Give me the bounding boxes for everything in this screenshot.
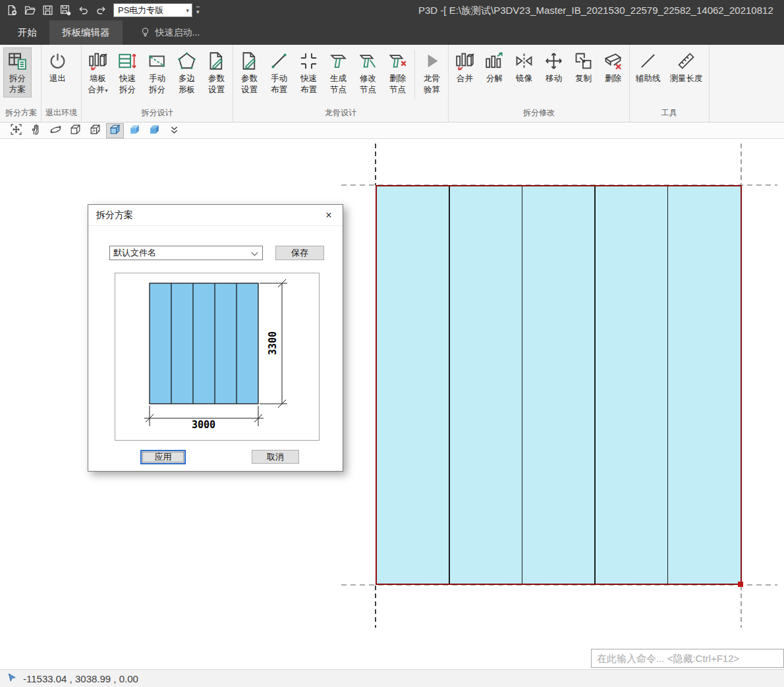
ribbon-button-quick-layout[interactable]: 快速布置 — [294, 47, 323, 97]
quick-access-toolbar — [0, 5, 107, 16]
command-input[interactable] — [592, 649, 783, 667]
redo-icon[interactable] — [95, 5, 107, 16]
ribbon-button-label: 布置 — [300, 84, 317, 96]
ribbon-button-label: 拆分 — [119, 84, 136, 96]
ribbon-button-label: 多边 — [179, 73, 195, 84]
cancel-button[interactable]: 取消 — [252, 450, 299, 464]
height-dimension-label: 3300 — [267, 331, 279, 355]
expand-chevron-button[interactable] — [166, 124, 182, 138]
zoom-extents-button[interactable] — [8, 124, 24, 138]
ribbon-button-move[interactable]: 移动 — [540, 47, 568, 86]
hidden-line-cube-button[interactable] — [87, 124, 103, 138]
ribbon-button-manual-split[interactable]: 手动拆分 — [143, 47, 171, 97]
ribbon-button-label: 移动 — [546, 73, 562, 84]
ribbon-group: 拆分方案拆分方案 — [1, 45, 42, 122]
param-settings-icon — [239, 51, 260, 71]
apply-button[interactable]: 应用 — [140, 450, 186, 464]
ribbon-button-label: 合并▾ — [88, 84, 107, 96]
panel-corner-marker — [738, 582, 743, 587]
orbit-button[interactable] — [47, 124, 64, 138]
tab-拆板编辑器[interactable]: 拆板编辑器 — [49, 20, 123, 45]
split-scheme-dialog: 拆分方案 × 默认文件名 保存 3300 3000 应用 取消 — [88, 204, 343, 472]
undo-icon[interactable] — [77, 5, 89, 16]
shaded-cube-button[interactable] — [126, 124, 143, 138]
quick-launch[interactable]: 快速启动... — [140, 20, 200, 45]
save-as-icon[interactable] — [59, 5, 71, 16]
move-icon — [544, 51, 564, 71]
reference-line-left-top — [375, 144, 376, 185]
save-button[interactable]: 保存 — [275, 246, 324, 260]
ribbon-button-merge[interactable]: 合并 — [451, 47, 479, 86]
ribbon-button-mirror[interactable]: 镜像 — [510, 47, 538, 86]
wall-panel[interactable] — [376, 185, 742, 585]
keel-check-icon — [422, 51, 442, 71]
app-window: PS电力专版 ▾ ▾ P3D -[ E:\族测试\P3DV23_Master_I… — [0, 0, 784, 687]
expand-chevron-icon — [168, 123, 181, 138]
ribbon-button-quick-split[interactable]: 快速拆分 — [113, 47, 142, 97]
ribbon-button-modify-node[interactable]: 修改节点 — [354, 47, 382, 97]
wireframe-cube-button[interactable] — [67, 124, 84, 138]
ribbon-button-keel-check[interactable]: 龙骨验算 — [418, 47, 446, 97]
ribbon-button-copy[interactable]: 复制 — [569, 47, 598, 86]
ribbon-button-label: 辅助线 — [636, 73, 661, 84]
save-icon[interactable] — [42, 5, 53, 16]
ribbon-button-label: 拆分 — [149, 84, 165, 96]
lightbulb-icon — [140, 26, 151, 40]
ribbon-group: 参数设置手动布置快速布置生成节点修改节点删除节点龙骨验算龙骨设计 — [233, 45, 449, 122]
profile-dropdown-value: PS电力专版 — [118, 5, 163, 16]
manual-layout-icon — [269, 51, 289, 71]
orbit-icon — [49, 123, 62, 138]
ribbon-group-divider — [414, 50, 415, 99]
ribbon-button-aux-line[interactable]: 辅助线 — [632, 47, 665, 86]
ribbon-button-manual-layout[interactable]: 手动布置 — [265, 47, 293, 97]
solid-cube-button[interactable] — [146, 124, 163, 138]
ribbon-button-delete[interactable]: 删除 — [599, 47, 627, 86]
new-file-icon[interactable] — [6, 5, 18, 16]
profile-dropdown[interactable]: PS电力专版 ▾ — [113, 3, 192, 17]
ribbon-button-wall-merge[interactable]: 墙板合并▾ — [84, 47, 112, 98]
ribbon-button-label: 设置 — [208, 84, 225, 96]
filename-dropdown[interactable]: 默认文件名 — [109, 246, 263, 260]
ribbon-button-label: 测量长度 — [670, 73, 703, 84]
param-settings-icon — [206, 51, 227, 71]
ribbon-button-create-node[interactable]: 生成节点 — [324, 47, 352, 97]
ribbon-button-keel-param-settings[interactable]: 参数设置 — [235, 47, 264, 97]
ribbon-button-label: 生成 — [330, 73, 347, 84]
ribbon-button-label: 快速 — [300, 73, 317, 84]
ribbon-button-polygon-panel[interactable]: 多边形板 — [173, 47, 201, 97]
titlebar: PS电力专版 ▾ ▾ P3D -[ E:\族测试\P3DV23_Master_I… — [0, 0, 784, 20]
close-icon[interactable]: × — [315, 205, 343, 226]
open-file-icon[interactable] — [24, 5, 36, 16]
shaded-edges-cube-button[interactable] — [107, 124, 123, 138]
polygon-panel-icon — [177, 51, 197, 71]
ribbon-button-exit[interactable]: 退出 — [43, 47, 72, 86]
manual-split-icon — [147, 51, 167, 71]
toolbar-options-button[interactable]: ▾ — [196, 7, 200, 14]
command-line — [591, 649, 784, 668]
ribbon-group: 退出退出环境 — [42, 45, 82, 122]
zoom-extents-icon — [10, 123, 22, 138]
pan-button[interactable] — [28, 124, 44, 138]
ribbon-tab-bar: 开始拆板编辑器 快速启动... — [0, 20, 784, 45]
ribbon-button-split-param-settings[interactable]: 参数设置 — [202, 47, 231, 97]
ribbon-button-measure-length[interactable]: 测量长度 — [666, 47, 707, 86]
copy-icon — [573, 51, 594, 71]
ribbon-button-split-scheme[interactable]: 拆分方案 — [3, 47, 32, 97]
ribbon-button-label: 节点 — [330, 84, 347, 96]
chevron-down-icon: ▾ — [186, 7, 189, 14]
ribbon-button-label: 参数 — [208, 73, 225, 84]
panel-divider — [667, 186, 669, 584]
ribbon-button-label: 手动 — [149, 73, 165, 84]
quick-split-icon — [117, 51, 138, 71]
ribbon-button-label: 参数 — [241, 73, 258, 84]
eraser-icon — [603, 51, 623, 71]
explode-bars-icon — [484, 51, 505, 71]
ribbon-button-label: 龙骨 — [424, 73, 440, 84]
ribbon-button-explode[interactable]: 分解 — [480, 47, 509, 86]
mirror-icon — [514, 51, 534, 71]
ribbon-button-delete-node[interactable]: 删除节点 — [383, 47, 412, 97]
solid-cube-icon — [148, 123, 161, 138]
tab-开始[interactable]: 开始 — [5, 20, 49, 45]
coordinates-readout: -11533.04 , 3038.99 , 0.00 — [23, 673, 138, 684]
ribbon-group: 墙板合并▾快速拆分手动拆分多边形板参数设置拆分设计 — [82, 45, 233, 122]
